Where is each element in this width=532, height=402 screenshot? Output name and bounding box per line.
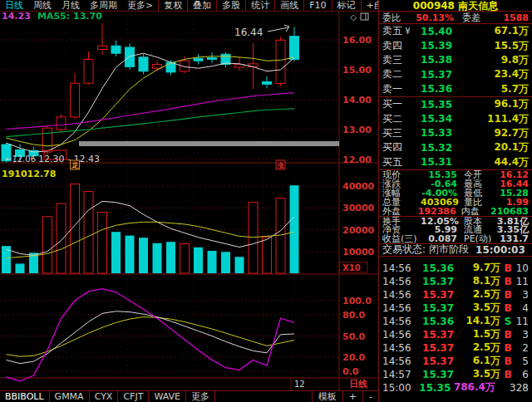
bottom-tab-bar: BBIBOLLGMMACYXCFJTWAVE更多模板+- (0, 390, 378, 402)
weicha-value: 1588 (487, 12, 529, 23)
bottom-button-1[interactable]: + (342, 391, 362, 402)
txn-time: 14:56 (382, 355, 416, 367)
toolbar-button-3[interactable]: 统计 (245, 0, 274, 11)
period-tab-4[interactable]: 更多> (122, 0, 158, 11)
period-tab-2[interactable]: 月线 (57, 0, 85, 11)
svg-text:40000: 40000 (342, 181, 375, 192)
txn-price: 15.37 (416, 329, 454, 341)
transaction-list: 14:5615.369.7万B1014:5615.378.1万B1114:561… (379, 257, 532, 395)
ask-row-2: 卖三15.389.8万 (379, 53, 532, 67)
txn-side: B (500, 369, 515, 380)
toolbar-button-0[interactable]: 复权 (158, 0, 187, 11)
txn-count: 6 (515, 369, 529, 380)
txn-time: 14:56 (382, 342, 416, 354)
toolbar-button-4[interactable]: 画线 (274, 0, 303, 11)
stat-label-2: PE(动) (464, 234, 495, 243)
period-tab-1[interactable]: 周线 (28, 0, 57, 11)
status-time: 15:00:03 (475, 244, 525, 256)
bid-volume: 96.1万 (452, 97, 529, 111)
indicator-tab-4[interactable]: WAVE (149, 391, 186, 402)
txn-time: 15:00 (382, 382, 414, 394)
svg-text:12.00: 12.00 (342, 154, 372, 165)
svg-text:10000: 10000 (342, 247, 375, 257)
txn-time: 14:57 (382, 369, 416, 380)
oscillator-pane (7, 289, 295, 381)
txn-side: B (500, 276, 515, 287)
txn-volume: 786.4万 (451, 380, 495, 395)
stock-title: 000948 南天信息 (379, 0, 532, 12)
svg-text:14.23: 14.23 (2, 12, 31, 22)
bid-label: 买四 (382, 140, 412, 154)
bid-volume: 44.4万 (452, 155, 529, 169)
indicator-tab-2[interactable]: CYX (90, 391, 119, 402)
ask-volume: 15.5万 (452, 39, 529, 53)
svg-text:14.00: 14.00 (342, 95, 372, 105)
bid-price: 15.33 (412, 127, 452, 139)
indicator-tab-5[interactable]: 更多 (186, 391, 215, 402)
txn-side: B (500, 329, 515, 341)
ask-price: 15.36 (412, 83, 452, 95)
txn-price: 15.37 (416, 276, 454, 287)
ask-book: 卖五 ¥15.4067.1万卖四15.3915.5万卖三15.389.8万卖二1… (379, 24, 532, 96)
ask-price: 15.40 (412, 26, 452, 37)
txn-count: 11 (515, 276, 529, 287)
ask-row-4: 卖一15.365.7万 (379, 82, 532, 96)
transaction-row-5: 14:5615.371.5万B3 (379, 328, 532, 341)
bid-row-3: 买四15.3220.1万 (379, 140, 532, 154)
toolbar-button-2[interactable]: 多股 (216, 0, 245, 11)
bid-row-4: 买五15.3144.4万 (379, 155, 532, 169)
bid-book: 买一15.3596.1万买二15.34111.4万买三15.3392.7万买四1… (379, 96, 532, 169)
period-tab-3[interactable]: 多周期 (85, 0, 122, 11)
bid-label: 买一 (382, 97, 412, 111)
bottom-button-2[interactable]: - (362, 391, 378, 402)
top-toolbar: 日线周线月线多周期更多>复权叠加多股统计画线F10标记+自选返回 (0, 0, 378, 12)
bid-row-0: 买一15.3596.1万 (379, 97, 532, 111)
svg-text:涨: 涨 (276, 161, 284, 169)
ask-row-3: 卖二15.3723.4万 (379, 67, 532, 81)
txn-price: 15.36 (416, 316, 454, 327)
indicator-tab-3[interactable]: CFJT (118, 391, 149, 402)
stat-value-1: 192386 (418, 207, 455, 216)
ask-tag-icon: ¥ (402, 27, 411, 36)
ask-row-0: 卖五 ¥15.4067.1万 (379, 24, 532, 38)
txn-side: B (500, 355, 515, 367)
transaction-row-2: 14:5615.372.5万B3 (379, 288, 532, 302)
quote-panel: 000948 南天信息 委比 50.13% 委差 1588 卖五 ¥15.406… (378, 0, 532, 402)
txn-price: 15.37 (416, 355, 454, 367)
indicator-tab-1[interactable]: GMMA (50, 391, 90, 402)
indicator-tab-0[interactable]: BBIBOLL (0, 391, 50, 402)
svg-text:龙: 龙 (71, 161, 79, 169)
txn-count: 11 (515, 316, 529, 327)
svg-text:16.00: 16.00 (342, 35, 372, 46)
ask-label: 卖三 (382, 53, 412, 67)
bid-price: 15.32 (412, 142, 452, 154)
txn-count: 5 (515, 355, 529, 367)
status-label: 交易状态: (382, 243, 426, 257)
txn-volume: 14.1万 (454, 314, 500, 328)
txn-price: 15.37 (416, 369, 454, 380)
txn-side: B (500, 302, 515, 314)
chart-canvas[interactable]: 16.0015.0014.0013.0012.00400003000020000… (0, 12, 378, 390)
bid-volume: 111.4万 (452, 112, 529, 126)
txn-volume: 1.5万 (454, 327, 500, 341)
bid-price: 15.34 (412, 113, 452, 125)
txn-count: 2 (515, 342, 529, 354)
period-tab-0[interactable]: 日线 (0, 0, 28, 11)
bottom-button-0[interactable]: 模板 (312, 391, 342, 402)
toolbar-button-5[interactable]: F10 (303, 0, 331, 11)
txn-time: 14:56 (382, 262, 416, 274)
bid-row-1: 买二15.34111.4万 (379, 111, 532, 125)
transaction-row-8: 14:5715.373.5万B6 (379, 368, 532, 381)
txn-time: 14:56 (382, 302, 416, 314)
weibi-label: 委比 (382, 12, 407, 24)
txn-count: 3 (515, 289, 529, 301)
toolbar-button-1[interactable]: 叠加 (187, 0, 216, 11)
txn-time: 14:56 (382, 276, 416, 287)
toolbar-button-6[interactable]: 标记 (332, 0, 361, 11)
bid-volume: 92.7万 (452, 126, 529, 140)
svg-text:日线: 日线 (349, 379, 367, 390)
stat-row-7: 收益(三)0.087PE(动)131.7 (379, 234, 532, 243)
txn-price: 15.37 (416, 342, 454, 354)
txn-side: B (500, 342, 515, 354)
transaction-row-7: 14:5615.376.1万B5 (379, 355, 532, 368)
